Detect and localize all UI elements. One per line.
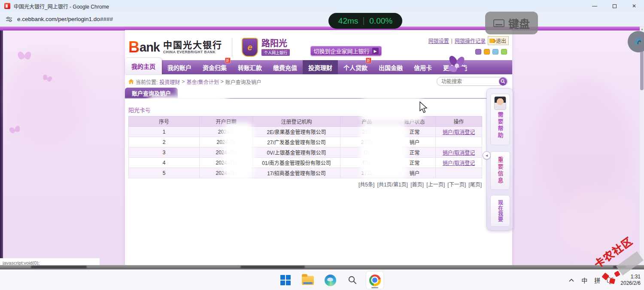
maximize-button[interactable] [605, 0, 624, 12]
total-count: [共5条] [358, 182, 374, 188]
close-account-link[interactable]: 销户/取消登记 [443, 160, 475, 166]
prev-page-link[interactable]: [上一页] [426, 182, 445, 188]
table-row: 1 2024-0 2E/泉果基金管理有限公司 2E1 正常 销户/取消登记 [129, 127, 482, 137]
sunshine-subtitle: 个人网上银行 [261, 49, 290, 56]
bank-logo: B ank 中国光大银行 CHINA EVERBRIGHT BANK e 路阳光… [128, 38, 290, 57]
new-badge: 新 [366, 58, 371, 63]
cell-seq: 4 [129, 158, 200, 168]
arrow-right-icon: ▶ [372, 48, 379, 54]
cell-action [436, 168, 482, 178]
ceb-favicon-icon [4, 3, 10, 9]
virtual-keyboard-button[interactable]: 键盘 [485, 12, 538, 34]
nav-credit-card[interactable]: 信用卡 [408, 60, 437, 74]
breadcrumb-level2[interactable]: 基金/集合计划 [186, 78, 219, 85]
loss-value: 0.00% [369, 16, 392, 26]
breadcrumb-level1[interactable]: 投资理财 [159, 78, 180, 85]
logout-label: 退出 [496, 37, 506, 44]
i-want-to-button[interactable]: 现在我要 [490, 195, 510, 227]
pagination: [共5条] [共1页/第1页] [首页] [上一页] [下一页] [尾页] [128, 180, 482, 188]
bank-name-en: CHINA EVERBRIGHT BANK [163, 50, 222, 54]
nav-payment[interactable]: 缴费充值 [267, 60, 303, 74]
search-button-taskbar[interactable] [344, 272, 361, 289]
scroll-up-icon[interactable]: ▲ [641, 27, 644, 31]
link-separator: | [451, 38, 453, 44]
nav-transfer[interactable]: 转账汇款 [232, 60, 267, 74]
breadcrumb: 当前位置: 投资理财 > 基金/集合计划 > 账户查询及销户 [128, 78, 261, 85]
ebank-log-link[interactable]: 网银操作记录 [455, 37, 486, 44]
blur-redaction [147, 95, 229, 112]
latency-badge: 42ms 0.00% [328, 13, 402, 29]
browser-titlebar: 中国光大银行_网上银行 - Google Chrome — ✕ [0, 0, 644, 12]
start-button[interactable] [277, 272, 294, 289]
last-page-link[interactable]: [尾页] [468, 182, 482, 188]
function-search-input[interactable] [437, 79, 494, 85]
next-page-link[interactable]: [下一页] [447, 182, 466, 188]
first-page-link[interactable]: [首页] [410, 182, 424, 188]
nav-fund-collection[interactable]: 资金归集新 [197, 60, 232, 74]
chrome-button[interactable] [366, 272, 383, 289]
browser-toolbar: e.cebbank.com/per/perlogin1.do#### [0, 12, 644, 27]
need-help-button[interactable]: 需要帮助 [490, 94, 510, 145]
home-icon [128, 79, 134, 84]
page-left-edge [0, 31, 3, 265]
close-account-link[interactable]: 销户/取消登记 [443, 150, 475, 156]
audio-assist-icon [633, 36, 644, 47]
nav-investment[interactable]: 投资理财 [303, 60, 338, 74]
search-button[interactable] [499, 77, 507, 85]
minimize-button[interactable]: — [585, 0, 605, 12]
switch-label: 切换到企业家网上银行 [313, 47, 369, 55]
ime-mode-button[interactable]: 拼 [594, 276, 600, 284]
nav-personal-loan[interactable]: 个人贷款新 [338, 60, 373, 74]
theme-switcher [475, 49, 507, 55]
logo-ank-glyph: ank [140, 40, 160, 55]
sunshine-shield-icon: e [242, 38, 258, 57]
sunshine-card-label: 阳光卡号 [128, 106, 151, 114]
breadcrumb-sep: > [182, 79, 185, 85]
window-title: 中国光大银行_网上银行 - Google Chrome [14, 3, 109, 10]
theme-blue-swatch[interactable] [492, 49, 498, 55]
file-explorer-button[interactable] [299, 272, 316, 289]
edge-button[interactable] [322, 272, 339, 289]
cell-seq: 1 [129, 127, 200, 137]
deco-blob [9, 52, 86, 147]
blur-redaction [176, 85, 224, 96]
theme-orange-swatch[interactable] [484, 49, 490, 55]
logout-icon [489, 39, 495, 43]
i-want-to-label: 现在我要 [497, 200, 504, 222]
close-account-link[interactable]: 销户/取消登记 [443, 129, 475, 135]
logout-button[interactable]: 退出 [488, 36, 509, 45]
important-info-button[interactable]: 重要信息 [490, 151, 510, 190]
quick-help-panel: 需要帮助 重要信息 现在我要 ◄ [486, 88, 513, 231]
fund-account-table: 序号 开户日期 注册登记机构 产品 账户状态 操作 1 2024-0 2E/泉果… [128, 116, 482, 178]
nav-home[interactable]: 我的主页 [125, 58, 162, 74]
theme-green-swatch[interactable] [501, 49, 507, 55]
cell-org: 01/南方基金管理股份有限公司 [253, 158, 340, 168]
nav-accounts[interactable]: 我的账户 [162, 60, 197, 74]
switch-to-enterprise-button[interactable]: 切换到企业家网上银行 ▶ [310, 46, 382, 56]
cell-seq: 3 [129, 147, 200, 158]
butterfly-decoration [18, 52, 31, 61]
col-registrar: 注册登记机构 [253, 116, 340, 127]
tray-chevron-up-icon[interactable] [568, 278, 574, 282]
latency-value: 42ms [338, 16, 358, 26]
sunshine-brand: 路阳光 [261, 39, 290, 48]
site-settings-icon[interactable] [5, 15, 13, 23]
cell-seq: 2 [129, 137, 200, 147]
collapse-panel-button[interactable]: ◄ [483, 151, 491, 159]
windows-taskbar: 中 拼 1:31 2026/2/6 [0, 269, 644, 290]
folder-icon [302, 276, 314, 285]
theme-purple-swatch[interactable] [475, 49, 481, 55]
url-bar[interactable]: e.cebbank.com/per/perlogin1.do#### [17, 16, 113, 22]
cell-seq: 5 [129, 168, 200, 178]
nav-overseas[interactable]: 出国金融 [373, 60, 408, 74]
search-icon [501, 79, 505, 84]
col-seq: 序号 [129, 116, 200, 127]
ebank-settings-link[interactable]: 网银设置 [428, 37, 449, 44]
assistant-avatar [494, 96, 506, 110]
taskbar-clock[interactable]: 1:31 2026/2/6 [620, 274, 641, 287]
cell-org: 2E/泉果基金管理有限公司 [253, 127, 340, 137]
bank-name-cn: 中国光大银行 [163, 40, 222, 50]
close-button[interactable]: ✕ [624, 0, 644, 12]
ime-language-button[interactable]: 中 [581, 276, 587, 284]
window-bottom-strip [0, 265, 644, 269]
